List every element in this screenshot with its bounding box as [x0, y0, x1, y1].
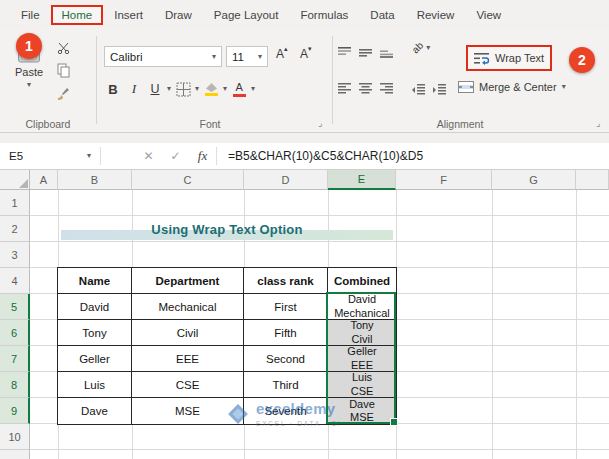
table-cell[interactable]: Seventh: [244, 398, 328, 424]
borders-dropdown-caret[interactable]: ▾: [195, 85, 199, 93]
orientation-button[interactable]: ab ▾: [412, 42, 430, 53]
formula-bar-divider: [100, 147, 101, 165]
middle-align-button[interactable]: [359, 44, 372, 62]
row-header-4[interactable]: 4: [0, 268, 30, 294]
table-cell[interactable]: Luis: [58, 372, 132, 398]
tab-home[interactable]: Home: [51, 5, 104, 25]
row-header-3[interactable]: 3: [0, 242, 30, 268]
increase-indent-button[interactable]: [433, 82, 446, 100]
row-header-1[interactable]: 1: [0, 190, 30, 216]
paste-dropdown-caret[interactable]: ▾: [27, 81, 31, 89]
fill-color-icon: [205, 83, 218, 96]
font-size-combo[interactable]: 11 ▾: [226, 46, 268, 67]
table-cell[interactable]: MSE: [132, 398, 244, 424]
insert-function-button[interactable]: fx: [189, 148, 216, 164]
font-name-combo[interactable]: Calibri ▾: [104, 46, 222, 67]
tab-review[interactable]: Review: [406, 5, 466, 25]
wrap-text-button[interactable]: Wrap Text: [466, 45, 552, 71]
table-cell[interactable]: David: [58, 294, 132, 320]
cut-button[interactable]: [52, 38, 74, 56]
align-left-button[interactable]: [338, 80, 351, 98]
table-cell[interactable]: Second: [244, 346, 328, 372]
align-center-button[interactable]: [359, 80, 372, 98]
font-dialog-launcher[interactable]: ⌟: [318, 118, 322, 128]
italic-button[interactable]: I: [125, 78, 143, 100]
top-align-button[interactable]: [338, 44, 351, 62]
row-header-8[interactable]: 8: [0, 372, 30, 398]
underline-dropdown-caret[interactable]: ▾: [167, 85, 171, 93]
row-header-10[interactable]: 10: [0, 424, 30, 450]
enter-button[interactable]: ✓: [162, 149, 189, 163]
table-header-combined[interactable]: Combined: [328, 268, 396, 294]
cell-grid[interactable]: Using Wrap Text Option Name Department c…: [30, 190, 609, 459]
row-header-7[interactable]: 7: [0, 346, 30, 372]
table-header-department[interactable]: Department: [132, 268, 244, 294]
data-table: Name Department class rank Combined Davi…: [57, 267, 397, 425]
table-cell[interactable]: Dave MSE: [328, 398, 396, 424]
table-cell[interactable]: Geller: [58, 346, 132, 372]
row-header-6[interactable]: 6: [0, 320, 30, 346]
table-cell[interactable]: Mechanical: [132, 294, 244, 320]
decrease-font-size-button[interactable]: A▾: [300, 47, 312, 61]
tab-file[interactable]: File: [10, 5, 51, 25]
tab-insert[interactable]: Insert: [103, 5, 154, 25]
select-all-button[interactable]: [0, 170, 30, 190]
bold-button[interactable]: B: [104, 78, 122, 100]
tab-data[interactable]: Data: [359, 5, 405, 25]
font-color-dropdown-caret[interactable]: ▾: [251, 85, 255, 93]
column-header-A[interactable]: A: [30, 170, 58, 190]
align-right-button[interactable]: [380, 80, 393, 98]
cancel-button[interactable]: ✕: [135, 149, 162, 163]
top-align-icon: [338, 47, 351, 58]
font-color-button[interactable]: A: [230, 78, 248, 100]
table-cell[interactable]: Dave: [58, 398, 132, 424]
column-header-C[interactable]: C: [132, 170, 244, 190]
column-header-partial[interactable]: [576, 170, 609, 190]
column-header-F[interactable]: F: [396, 170, 492, 190]
column-header-E[interactable]: E: [328, 170, 396, 190]
row-header-partial[interactable]: [0, 450, 30, 459]
bottom-align-button[interactable]: [380, 44, 393, 62]
underline-button[interactable]: U: [146, 78, 164, 100]
table-header-class-rank[interactable]: class rank: [244, 268, 328, 294]
tab-formulas[interactable]: Formulas: [289, 5, 359, 25]
table-cell[interactable]: Geller EEE: [328, 346, 396, 372]
formula-input[interactable]: =B5&CHAR(10)&C5&CHAR(10)&D5: [228, 149, 423, 163]
table-cell[interactable]: First: [244, 294, 328, 320]
copy-icon: [57, 63, 70, 78]
row-header-9[interactable]: 9: [0, 398, 30, 424]
annotation-step-1: 1: [16, 33, 42, 59]
row-header-5[interactable]: 5: [0, 294, 30, 320]
chevron-down-icon: ▾: [562, 83, 566, 91]
table-cell[interactable]: EEE: [132, 346, 244, 372]
fill-color-button[interactable]: [202, 78, 220, 100]
table-cell[interactable]: Third: [244, 372, 328, 398]
tab-page-layout[interactable]: Page Layout: [203, 5, 290, 25]
middle-align-icon: [359, 47, 372, 58]
format-painter-button[interactable]: [52, 84, 74, 102]
fill-color-dropdown-caret[interactable]: ▾: [223, 85, 227, 93]
table-cell[interactable]: Civil: [132, 320, 244, 346]
alignment-dialog-launcher[interactable]: ⌟: [596, 118, 600, 128]
table-cell[interactable]: Fifth: [244, 320, 328, 346]
name-box[interactable]: E5 ▾: [0, 143, 100, 169]
table-cell[interactable]: Luis CSE: [328, 372, 396, 398]
column-header-G[interactable]: G: [492, 170, 576, 190]
active-cell-E5[interactable]: David Mechanical: [328, 294, 396, 320]
merge-center-button[interactable]: Merge & Center ▾: [458, 81, 566, 93]
tab-draw[interactable]: Draw: [154, 5, 203, 25]
row-header-2[interactable]: 2: [0, 216, 30, 242]
borders-button[interactable]: [174, 78, 192, 100]
increase-font-size-button[interactable]: A▴: [276, 47, 288, 61]
table-header-name[interactable]: Name: [58, 268, 132, 294]
tab-view[interactable]: View: [465, 5, 512, 25]
worksheet: A B C D E F G 1 2 3 4 5 6 7 8 9 10: [0, 170, 609, 459]
table-cell[interactable]: CSE: [132, 372, 244, 398]
table-cell[interactable]: Tony: [58, 320, 132, 346]
column-header-B[interactable]: B: [58, 170, 132, 190]
decrease-indent-button[interactable]: [412, 82, 425, 100]
copy-button[interactable]: [52, 61, 74, 79]
table-cell[interactable]: Tony Civil: [328, 320, 396, 346]
column-header-D[interactable]: D: [244, 170, 328, 190]
sheet-title-cell[interactable]: Using Wrap Text Option: [58, 216, 396, 242]
